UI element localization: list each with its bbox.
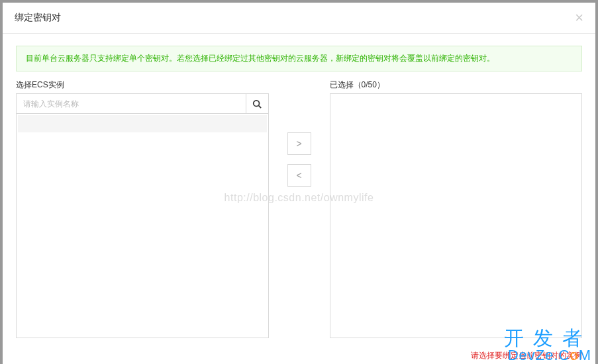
bind-keypair-modal: 绑定密钥对 × 目前单台云服务器只支持绑定单个密钥对。若您选择已经绑定过其他密钥… [3,3,595,364]
search-button[interactable] [246,94,268,113]
selected-listbox[interactable] [330,93,583,338]
info-alert: 目前单台云服务器只支持绑定单个密钥对。若您选择已经绑定过其他密钥对的云服务器，新… [16,46,582,71]
transfer-container: 选择ECS实例 > < [16,79,582,338]
search-row [16,93,269,113]
footer-row: 请选择要绑定当前密钥对的实例 [3,345,595,364]
transfer-buttons: > < [269,132,330,187]
modal-header: 绑定密钥对 × [3,3,595,34]
search-icon [252,99,262,109]
close-icon[interactable]: × [575,11,583,25]
alert-text: 目前单台云服务器只支持绑定单个密钥对。若您选择已经绑定过其他密钥对的云服务器，新… [26,54,495,63]
svg-line-1 [259,105,262,108]
list-item[interactable] [18,115,267,132]
selected-label: 已选择（0/50） [330,79,583,91]
source-panel: 选择ECS实例 [16,79,269,338]
search-input[interactable] [17,94,246,113]
modal-title: 绑定密钥对 [15,12,61,24]
add-button[interactable]: > [287,132,311,155]
source-label: 选择ECS实例 [16,79,269,91]
source-listbox[interactable] [16,113,269,338]
remove-button[interactable]: < [287,164,311,187]
selected-panel: 已选择（0/50） [330,79,583,338]
modal-body: 目前单台云服务器只支持绑定单个密钥对。若您选择已经绑定过其他密钥对的云服务器，新… [3,34,595,345]
error-message: 请选择要绑定当前密钥对的实例 [471,350,582,361]
svg-point-0 [254,100,260,106]
